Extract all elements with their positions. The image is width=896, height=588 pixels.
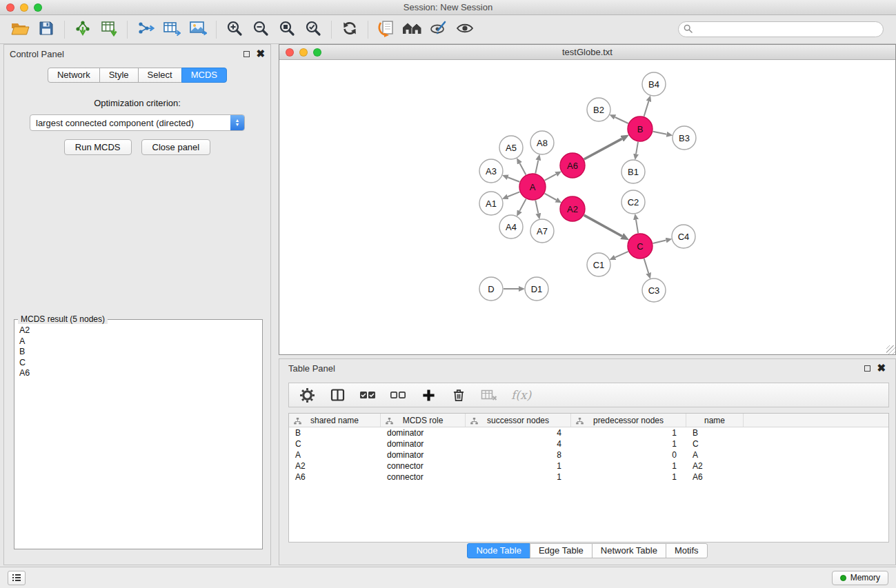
- graph-edge-A6-B[interactable]: [584, 139, 622, 159]
- select-all-button[interactable]: [359, 385, 376, 405]
- graph-edge-C-C3[interactable]: [644, 258, 649, 273]
- minimize-window-button[interactable]: [20, 3, 28, 12]
- annotation-button[interactable]: [426, 17, 452, 42]
- graph-edge-B-B3[interactable]: [653, 132, 667, 134]
- graph-node-A7[interactable]: A7: [530, 219, 554, 243]
- network-graph[interactable]: AA6A2BCA1A3A4A5A7A8B1B2B3B4C1C2C3C4DD1: [279, 61, 895, 354]
- memory-button[interactable]: Memory: [832, 571, 888, 585]
- graph-edge-A-A4[interactable]: [519, 199, 526, 212]
- add-column-button[interactable]: [420, 385, 437, 405]
- graph-edge-A-A3[interactable]: [508, 177, 519, 182]
- toolbar-search[interactable]: [678, 21, 884, 37]
- graph-node-A3[interactable]: A3: [479, 159, 503, 183]
- network-window-titlebar[interactable]: testGlobe.txt: [279, 45, 895, 60]
- close-window-button[interactable]: [6, 3, 14, 12]
- tab-network[interactable]: Network: [48, 68, 100, 83]
- tab-select[interactable]: Select: [138, 68, 182, 83]
- graph-node-A6[interactable]: A6: [560, 153, 585, 178]
- graph-node-B1[interactable]: B1: [621, 160, 645, 183]
- graph-edge-B-B2[interactable]: [615, 117, 628, 123]
- home-button[interactable]: [399, 17, 426, 42]
- graph-edge-A-A6[interactable]: [545, 174, 557, 181]
- tab-network-table[interactable]: Network Table: [592, 543, 666, 558]
- export-image-button[interactable]: [185, 17, 211, 42]
- zoom-fit-button[interactable]: [274, 17, 300, 42]
- graph-edge-A2-C[interactable]: [584, 215, 622, 236]
- graph-node-A1[interactable]: A1: [479, 192, 503, 215]
- column-header-name[interactable]: name: [686, 414, 744, 427]
- graph-node-C1[interactable]: C1: [587, 253, 610, 276]
- graph-edge-A-A5[interactable]: [519, 163, 526, 175]
- deselect-all-button[interactable]: [390, 385, 406, 405]
- graph-node-C3[interactable]: C3: [642, 278, 666, 302]
- search-input[interactable]: [696, 25, 878, 34]
- graph-node-D[interactable]: D: [479, 277, 503, 301]
- open-file-button[interactable]: [373, 17, 399, 42]
- gear-button[interactable]: [299, 385, 315, 405]
- graph-edge-B-B1[interactable]: [636, 142, 638, 154]
- zoom-out-button[interactable]: [248, 17, 274, 42]
- close-panel-icon[interactable]: ✖: [877, 365, 886, 372]
- close-view-button[interactable]: [286, 48, 294, 57]
- mcds-result-item[interactable]: A6: [19, 368, 262, 379]
- table-row[interactable]: Cdominator41C: [289, 438, 888, 449]
- graph-node-B4[interactable]: B4: [642, 72, 666, 96]
- graph-node-B2[interactable]: B2: [587, 98, 610, 121]
- graph-node-C4[interactable]: C4: [672, 225, 695, 248]
- mcds-result-item[interactable]: A: [19, 336, 262, 347]
- graph-edge-A-A2[interactable]: [545, 194, 557, 200]
- graph-node-A[interactable]: A: [519, 174, 546, 200]
- delete-column-button[interactable]: [450, 385, 467, 405]
- zoom-selected-button[interactable]: [300, 17, 326, 42]
- graph-node-C2[interactable]: C2: [621, 190, 645, 214]
- import-table-button[interactable]: [96, 17, 122, 42]
- column-header-predecessor-nodes[interactable]: predecessor nodes: [571, 414, 686, 427]
- graph-node-D1[interactable]: D1: [525, 277, 548, 301]
- mcds-result-list[interactable]: A2ABCA6: [14, 320, 262, 379]
- delete-table-button[interactable]: [481, 385, 497, 405]
- show-columns-button[interactable]: [329, 385, 346, 405]
- refresh-button[interactable]: [337, 17, 363, 42]
- graph-node-A2[interactable]: A2: [560, 196, 585, 221]
- column-header-mcds-role[interactable]: MCDS role: [381, 414, 466, 427]
- show-details-button[interactable]: [452, 17, 478, 42]
- open-session-button[interactable]: [7, 17, 33, 42]
- task-history-button[interactable]: [8, 571, 26, 585]
- tab-edge-table[interactable]: Edge Table: [530, 543, 593, 558]
- table-row[interactable]: Adominator80A: [289, 449, 888, 460]
- graph-node-A4[interactable]: A4: [499, 215, 523, 239]
- float-panel-icon[interactable]: [864, 365, 870, 372]
- tab-mcds[interactable]: MCDS: [181, 68, 227, 83]
- graph-edge-C-C1[interactable]: [615, 252, 628, 258]
- zoom-in-button[interactable]: [221, 17, 248, 42]
- table-row[interactable]: A6connector11A6: [289, 472, 888, 483]
- graph-edge-A-A1[interactable]: [508, 192, 519, 196]
- network-canvas[interactable]: AA6A2BCA1A3A4A5A7A8B1B2B3B4C1C2C3C4DD1: [279, 61, 895, 354]
- mcds-result-item[interactable]: B: [19, 347, 262, 358]
- criterion-dropdown[interactable]: largest connected component (directed) ▲…: [30, 114, 245, 131]
- graph-edge-A-A8[interactable]: [535, 160, 538, 173]
- table-row[interactable]: A2connector11A2: [289, 460, 888, 472]
- graph-edge-C-C4[interactable]: [653, 241, 666, 243]
- mcds-result-item[interactable]: C: [19, 358, 262, 369]
- close-panel-icon[interactable]: ✖: [256, 50, 265, 57]
- graph-node-B[interactable]: B: [628, 116, 653, 141]
- graph-edge-B-B4[interactable]: [644, 101, 649, 116]
- graph-edge-C-C2[interactable]: [636, 220, 638, 234]
- column-header-successor-nodes[interactable]: successor nodes: [466, 414, 571, 427]
- table-row[interactable]: Bdominator41B: [289, 427, 888, 438]
- zoom-view-button[interactable]: [313, 48, 321, 57]
- graph-node-C[interactable]: C: [628, 234, 653, 258]
- minimize-view-button[interactable]: [299, 48, 308, 57]
- graph-node-A5[interactable]: A5: [499, 136, 523, 159]
- close-panel-button[interactable]: Close panel: [141, 139, 211, 155]
- tab-motifs[interactable]: Motifs: [666, 543, 708, 558]
- import-network-button[interactable]: [70, 17, 96, 42]
- export-table-button[interactable]: [159, 17, 185, 42]
- tab-style[interactable]: Style: [99, 68, 139, 83]
- graph-node-B3[interactable]: B3: [673, 126, 696, 150]
- float-panel-icon[interactable]: [243, 51, 250, 57]
- function-builder-button[interactable]: f(x): [511, 385, 531, 405]
- save-session-button[interactable]: [33, 17, 59, 42]
- column-header-shared-name[interactable]: shared name: [289, 414, 381, 427]
